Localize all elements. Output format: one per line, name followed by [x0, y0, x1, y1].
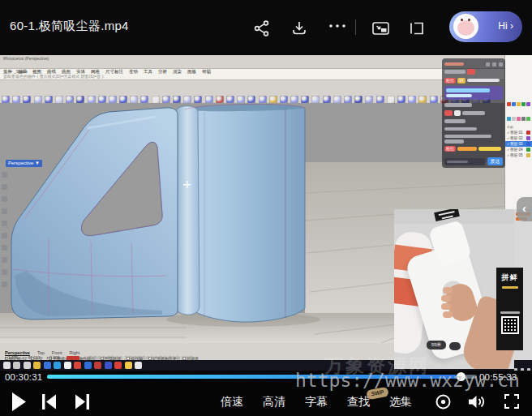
menu-item: 面板 — [187, 69, 196, 75]
hi-label: Hi › — [498, 20, 513, 32]
toolbar-icon — [34, 96, 42, 103]
finger — [443, 311, 453, 318]
layer-color-swatch — [526, 131, 530, 135]
taskbar-icon — [24, 362, 31, 369]
toolbar-icon — [418, 96, 427, 103]
taskbar-icon — [125, 362, 132, 369]
toolbar-icon — [98, 96, 106, 103]
menu-item: 分析 — [158, 69, 167, 75]
taskbar-icon — [64, 362, 71, 369]
chat-header-title-bar — [444, 62, 464, 66]
layer-row: ✓图层 04 — [505, 147, 532, 152]
chat-send-button: 发送 — [487, 157, 503, 165]
share-icon[interactable] — [253, 19, 271, 37]
toolbar-icon — [247, 96, 255, 103]
toolbar-icon — [2, 96, 10, 103]
speed-button[interactable]: 倍速 — [221, 395, 243, 410]
account-avatar-pill[interactable]: Hi › — [449, 11, 522, 42]
fullscreen-icon[interactable] — [504, 394, 519, 412]
finger — [443, 287, 453, 294]
taskbar-icon — [94, 362, 101, 369]
layer-color-swatch — [526, 142, 530, 146]
chat-message — [444, 127, 503, 131]
quality-button[interactable]: 高清 — [263, 395, 285, 410]
toolbar-icon — [269, 96, 277, 103]
secondary-chip — [449, 342, 461, 350]
chat-text-bar — [446, 94, 472, 98]
chat-badge: 粉丝 — [444, 146, 456, 152]
chat-message — [444, 135, 503, 144]
chat-badge — [467, 69, 475, 75]
menu-item: 渲染 — [173, 69, 182, 75]
toolbar-icon — [301, 96, 309, 103]
left-dock-toolbar — [2, 172, 10, 294]
avatar — [453, 14, 478, 39]
chat-header — [444, 61, 503, 67]
toolbar-icon — [333, 96, 341, 103]
chat-text-bar — [444, 70, 466, 74]
toolbar-icon — [259, 96, 267, 103]
layer-color-swatch — [526, 148, 530, 152]
toolbar-icon — [194, 96, 202, 103]
chat-badge: 16 — [457, 78, 466, 84]
more-options-icon[interactable] — [328, 23, 345, 41]
taskbar-icon — [105, 362, 112, 369]
chat-text-bar — [444, 103, 472, 107]
chat-text-bar — [462, 111, 485, 115]
toolbar-icon — [226, 96, 234, 103]
toolbar-icon — [66, 96, 74, 103]
taskbar-icon — [54, 362, 61, 369]
toolbar-icon — [344, 96, 352, 103]
taskbar-icon — [135, 362, 142, 369]
playlist-button[interactable]: 选集 — [389, 395, 412, 410]
toolbar-icon — [119, 96, 127, 103]
taskbar-icon — [84, 362, 92, 369]
topbar-divider — [355, 19, 356, 35]
chat-text-bar — [444, 135, 491, 139]
brand-subtitle-bar — [502, 286, 518, 289]
player-top-bar: 60-1.极简吸尘器.mp4 — [0, 0, 532, 55]
finger — [441, 303, 451, 310]
chat-badge: 粉丝 — [444, 78, 456, 84]
toolbar-icon — [130, 96, 138, 103]
toolbar-icon — [162, 96, 170, 103]
chat-message — [444, 110, 503, 116]
toolbar-icon — [280, 96, 288, 103]
subtitles-button[interactable]: 字幕 — [305, 395, 328, 410]
live-chat-overlay: 粉丝16粉丝 发送 — [442, 58, 505, 168]
previous-episode-button[interactable] — [42, 394, 57, 413]
theater-mode-icon[interactable] — [408, 19, 426, 37]
chat-minimize-icon — [486, 62, 490, 66]
chat-settings-icon — [492, 62, 496, 66]
chat-message: 粉丝 — [444, 146, 503, 152]
toolbar-icon — [55, 96, 63, 103]
download-icon[interactable] — [290, 19, 308, 37]
chat-message — [444, 69, 503, 75]
taskbar-icon — [74, 362, 81, 369]
volume-icon[interactable] — [467, 393, 486, 414]
taskbar-icon — [33, 362, 41, 369]
chat-message — [444, 103, 503, 108]
chat-badge — [454, 110, 461, 116]
video-player-page: Rhinoceros (Perspective) 文件编辑视图曲线曲面实体网格尺… — [0, 0, 532, 416]
play-button[interactable] — [11, 392, 27, 414]
toolbar-icon — [397, 96, 405, 103]
taskbar-icon — [13, 362, 20, 369]
video-title: 60-1.极简吸尘器.mp4 — [10, 19, 129, 34]
chat-close-icon — [499, 62, 503, 66]
toolbar-icon — [376, 96, 384, 103]
toolbar-icon — [140, 96, 148, 103]
menu-item: 尺寸标注 — [105, 69, 123, 75]
layers-panel-rows: ✓图层 01✓图层 02✓图层 03✓图层 04✓图层 05 — [505, 130, 532, 158]
toolbar-icon — [23, 96, 31, 103]
layers-panel-toolbar — [505, 55, 532, 125]
carousel-prev-button[interactable]: ‹ — [517, 197, 532, 221]
loop-target-icon[interactable] — [435, 393, 452, 414]
chat-message — [444, 86, 503, 100]
picture-in-picture-icon[interactable] — [371, 19, 389, 37]
search-button[interactable]: 查找 — [347, 395, 370, 410]
chat-text-bar — [444, 127, 477, 131]
next-episode-button[interactable] — [75, 394, 89, 413]
toolbar-icon — [430, 96, 438, 103]
toolbar-icon — [45, 96, 53, 103]
